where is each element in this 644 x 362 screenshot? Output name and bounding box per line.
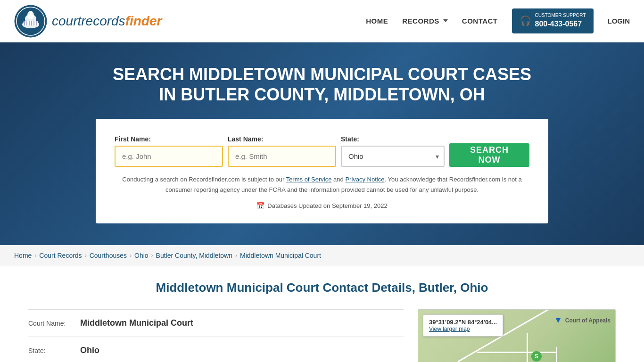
svg-rect-12 [36,21,37,25]
road-v1 [527,333,528,362]
main-content: Middletown Municipal Court Contact Detai… [0,266,644,362]
content-grid: Court Name: Middletown Municipal Court S… [28,309,616,362]
breadcrumb-courthouses[interactable]: Courthouses [90,252,127,259]
svg-rect-6 [30,11,32,15]
map-marker-1: S [531,351,542,362]
breadcrumb-ohio[interactable]: Ohio [134,252,149,259]
state-row: State: Ohio [28,337,404,362]
state-label: State: [341,135,445,143]
nav-contact[interactable]: CONTACT [462,17,498,25]
breadcrumb-bar: Home › Court Records › Courthouses › Ohi… [0,245,644,266]
info-panel: Court Name: Middletown Municipal Court S… [28,309,404,362]
nav-login[interactable]: LOGIN [608,17,630,25]
calendar-icon: 📅 [256,202,264,209]
map-coordinates: 39°31'09.2"N 84°24'04... [429,319,497,326]
breadcrumb: Home › Court Records › Courthouses › Ohi… [14,252,630,259]
svg-rect-8 [26,21,27,25]
first-name-input[interactable] [115,146,223,167]
hero-content: SEARCH MIDDLETOWN MUNICIPAL COURT CASES … [9,64,635,224]
header: courtrecordsfinder HOME RECORDS CONTACT … [0,0,644,42]
search-card: First Name: Last Name: State: Ohio Alaba… [96,119,548,223]
map-label: ▼ Court of Appeals [554,315,611,325]
search-button[interactable]: SEARCH NOW [449,143,529,167]
separator-1: › [34,252,36,259]
records-dropdown-icon [443,19,448,22]
svg-rect-11 [33,21,34,25]
hero-title: SEARCH MIDDLETOWN MUNICIPAL COURT CASES … [110,64,534,105]
map-container[interactable]: S S 39°31'09.2"N 84°24'04... View larger… [418,309,616,362]
logo-icon [14,5,47,38]
privacy-link[interactable]: Privacy Notice [345,176,384,183]
separator-4: › [151,252,153,259]
support-text: CUSTOMER SUPPORT 800-433-0567 [535,12,586,29]
terms-link[interactable]: Terms of Service [286,176,332,183]
view-larger-map-link[interactable]: View larger map [429,326,470,332]
breadcrumb-court-records[interactable]: Court Records [39,252,82,259]
disclaimer-text: Conducting a search on Recordsfinder.com… [115,174,529,195]
map-triangle-icon: ▼ [554,315,562,325]
state-group: State: Ohio Alabama Alaska Arizona Calif… [341,135,445,167]
svg-rect-9 [29,21,30,25]
breadcrumb-current: Middletown Municipal Court [240,252,321,259]
map-info-box: 39°31'09.2"N 84°24'04... View larger map [423,314,503,337]
search-fields: First Name: Last Name: State: Ohio Alaba… [115,135,529,167]
section-title: Middletown Municipal Court Contact Detai… [28,280,616,295]
support-box[interactable]: 🎧 CUSTOMER SUPPORT 800-433-0567 [512,8,594,33]
first-name-group: First Name: [115,135,223,167]
svg-rect-10 [31,21,32,25]
separator-2: › [85,252,87,259]
logo-area: courtrecordsfinder [14,5,366,38]
separator-3: › [130,252,132,259]
map-placeholder: S S 39°31'09.2"N 84°24'04... View larger… [418,310,615,362]
state-select-wrapper: Ohio Alabama Alaska Arizona California F… [341,146,445,167]
court-name-value: Middletown Municipal Court [80,318,193,328]
nav-records[interactable]: RECORDS [402,17,448,25]
headset-icon: 🎧 [520,15,531,26]
svg-rect-7 [24,21,25,25]
first-name-label: First Name: [115,135,223,143]
last-name-group: Last Name: [228,135,336,167]
breadcrumb-butler[interactable]: Butler County, Middletown [156,252,232,259]
road-h1 [477,352,556,353]
state-info-label: State: [28,347,75,354]
map-panel: S S 39°31'09.2"N 84°24'04... View larger… [418,309,616,362]
road-v2 [556,347,557,362]
last-name-input[interactable] [228,146,336,167]
logo-text: courtrecordsfinder [52,14,162,29]
separator-5: › [235,252,237,259]
last-name-label: Last Name: [228,135,336,143]
db-updated: 📅 Databases Updated on September 19, 202… [115,202,529,209]
hero-section: SEARCH MIDDLETOWN MUNICIPAL COURT CASES … [0,42,644,245]
state-info-value: Ohio [80,346,99,355]
state-select[interactable]: Ohio Alabama Alaska Arizona California F… [341,146,445,167]
nav: HOME RECORDS CONTACT 🎧 CUSTOMER SUPPORT … [366,8,630,33]
nav-home[interactable]: HOME [366,17,388,25]
court-name-row: Court Name: Middletown Municipal Court [28,309,404,337]
breadcrumb-home[interactable]: Home [14,252,32,259]
court-name-label: Court Name: [28,320,75,327]
